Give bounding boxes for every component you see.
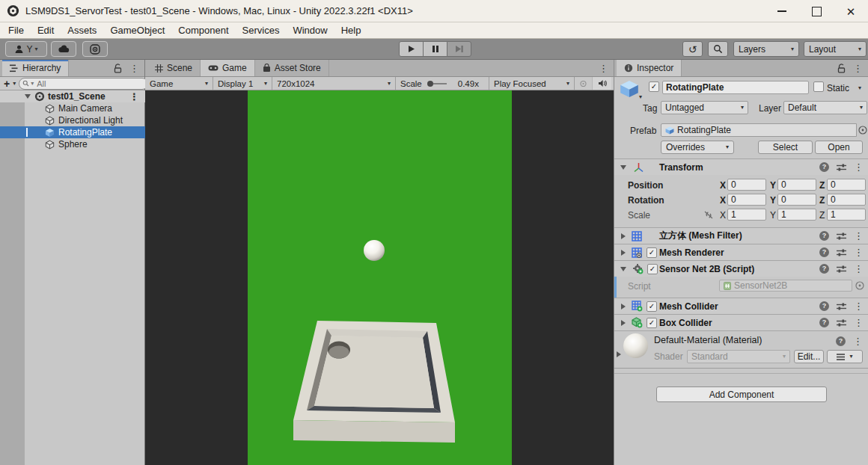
resolution-dropdown[interactable]: 720x1024▾ <box>272 77 396 90</box>
object-picker-icon[interactable] <box>858 126 867 135</box>
static-caret-icon[interactable]: ▾ <box>858 85 861 91</box>
tag-dropdown[interactable]: Untagged ▾ <box>661 101 748 114</box>
overrides-button[interactable]: Overrides ▾ <box>661 141 734 154</box>
material-preview-sphere[interactable] <box>623 333 648 358</box>
help-icon[interactable]: ? <box>819 162 829 172</box>
static-checkbox[interactable] <box>813 81 824 92</box>
transform-header[interactable]: Transform ? ⋮ <box>614 158 868 175</box>
menu-file[interactable]: File <box>1 25 31 36</box>
shader-dropdown[interactable]: Standard ▾ <box>687 350 790 363</box>
kebab-menu-icon[interactable]: ⋮ <box>129 64 139 73</box>
mesh-collider-header[interactable]: ✓ Mesh Collider ? ⋮ <box>614 298 868 314</box>
sensor-net-script-header[interactable]: ✓ Sensor Net 2B (Script) ? ⋮ <box>614 260 868 277</box>
hierarchy-search[interactable]: ▾ <box>19 78 148 90</box>
rotation-x-input[interactable] <box>727 194 766 206</box>
help-icon[interactable]: ? <box>819 264 829 274</box>
undo-history-button[interactable]: ↺ <box>682 41 703 57</box>
kebab-menu-icon[interactable]: ⋮ <box>854 162 864 172</box>
component-enabled-checkbox[interactable]: ✓ <box>647 301 657 312</box>
cloud-button[interactable] <box>51 41 76 57</box>
maximize-button[interactable] <box>799 0 834 22</box>
box-collider-header[interactable]: ✓ Box Collider ? ⋮ <box>614 314 868 330</box>
minimize-button[interactable] <box>765 0 799 22</box>
lock-icon[interactable] <box>114 64 122 73</box>
scale-slider[interactable] <box>426 80 454 87</box>
tree-row-directional-light[interactable]: Directional Light <box>0 114 145 126</box>
account-dropdown[interactable]: Y ▾ <box>5 41 47 57</box>
kebab-menu-icon[interactable]: ⋮ <box>129 92 139 102</box>
presets-icon[interactable] <box>837 318 846 327</box>
foldout-open-icon[interactable] <box>620 165 626 170</box>
component-enabled-checkbox[interactable]: ✓ <box>647 318 657 328</box>
position-z-input[interactable] <box>827 179 866 191</box>
lock-icon[interactable] <box>837 64 846 73</box>
layout-dropdown[interactable]: Layout ▾ <box>804 41 867 57</box>
foldout-closed-icon[interactable] <box>621 320 626 326</box>
select-button[interactable]: Select <box>758 141 813 154</box>
scale-z-input[interactable] <box>827 209 866 221</box>
menu-component[interactable]: Component <box>171 25 235 36</box>
position-x-input[interactable] <box>727 179 766 191</box>
help-icon[interactable]: ? <box>819 231 829 241</box>
gizmos-toggle[interactable] <box>575 77 593 90</box>
presets-icon[interactable] <box>837 163 846 172</box>
tree-row-rotatingplate[interactable]: RotatingPlate <box>0 126 145 138</box>
play-button[interactable] <box>399 41 424 57</box>
layer-dropdown[interactable]: Default ▾ <box>783 101 867 114</box>
shader-edit-button[interactable]: Edit... <box>794 350 824 363</box>
rotation-z-input[interactable] <box>827 194 866 206</box>
presets-icon[interactable] <box>837 248 846 257</box>
kebab-menu-icon[interactable]: ⋮ <box>854 301 864 311</box>
kebab-menu-icon[interactable]: ⋮ <box>854 264 864 274</box>
menu-assets[interactable]: Assets <box>61 25 103 36</box>
foldout-closed-icon[interactable] <box>621 304 626 310</box>
focus-dropdown[interactable]: Play Focused▾ <box>489 77 575 90</box>
mesh-renderer-header[interactable]: ✓ Mesh Renderer ? ⋮ <box>614 244 868 260</box>
kebab-menu-icon[interactable]: ⋮ <box>599 64 608 73</box>
foldout-open-icon[interactable] <box>620 267 626 271</box>
menu-help[interactable]: Help <box>334 25 368 36</box>
tab-inspector[interactable]: Inspector <box>617 60 682 76</box>
tab-asset-store[interactable]: Asset Store <box>255 60 329 76</box>
link-scale-icon[interactable] <box>703 210 714 220</box>
search-button[interactable] <box>708 41 728 57</box>
presets-icon[interactable] <box>837 265 846 274</box>
kebab-menu-icon[interactable]: ⋮ <box>853 336 863 346</box>
create-object-button[interactable]: + <box>4 78 10 90</box>
open-button[interactable]: Open <box>815 141 863 154</box>
scale-x-input[interactable] <box>727 209 766 221</box>
position-y-input[interactable] <box>777 179 816 191</box>
rotation-y-input[interactable] <box>777 194 816 206</box>
menu-window[interactable]: Window <box>286 25 334 36</box>
tree-row-main-camera[interactable]: Main Camera <box>0 102 145 114</box>
display-dropdown[interactable]: Display 1▾ <box>213 77 272 90</box>
prefab-thumbnail-icon[interactable] <box>620 80 639 98</box>
material-menu-button[interactable]: ▾ <box>827 350 863 363</box>
component-enabled-checkbox[interactable]: ✓ <box>647 264 658 274</box>
prefab-object-field[interactable]: RotatingPlate <box>661 123 857 137</box>
help-icon[interactable]: ? <box>819 301 829 311</box>
help-icon[interactable]: ? <box>819 318 829 327</box>
presets-icon[interactable] <box>837 232 846 241</box>
tab-hierarchy[interactable]: Hierarchy <box>2 60 69 76</box>
icon-picker-caret[interactable]: ▾ <box>639 94 642 100</box>
gameobject-name-input[interactable] <box>662 81 809 94</box>
foldout-open-icon[interactable] <box>25 94 31 99</box>
tab-game[interactable]: Game <box>201 60 255 76</box>
foldout-closed-icon[interactable] <box>621 233 626 239</box>
step-button[interactable] <box>447 41 471 57</box>
material-foldout-icon[interactable] <box>617 351 621 357</box>
script-object-field[interactable]: SensorNet2B <box>719 280 852 292</box>
help-icon[interactable]: ? <box>836 336 846 346</box>
presets-icon[interactable] <box>837 302 846 311</box>
component-enabled-checkbox[interactable]: ✓ <box>647 247 657 258</box>
search-filter-caret-icon[interactable]: ▾ <box>31 81 34 87</box>
active-checkbox[interactable]: ✓ <box>649 81 659 92</box>
menu-gameobject[interactable]: GameObject <box>103 25 171 36</box>
menu-edit[interactable]: Edit <box>31 25 61 36</box>
object-picker-icon[interactable] <box>855 281 864 290</box>
chevron-down-icon[interactable]: ▾ <box>13 81 16 87</box>
tree-row-sphere[interactable]: Sphere <box>0 138 145 150</box>
pause-button[interactable] <box>423 41 447 57</box>
tab-scene[interactable]: Scene <box>147 60 201 76</box>
